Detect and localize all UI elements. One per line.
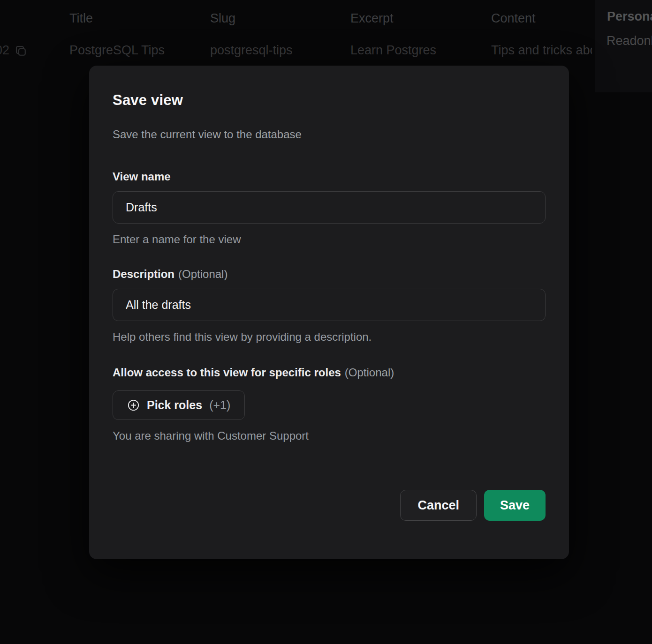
side-panel-readonly-label: Readonly (607, 34, 652, 48)
dialog-title: Save view (113, 92, 546, 109)
view-name-label: View name (113, 170, 546, 183)
pick-roles-button-label: Pick roles (147, 398, 202, 412)
cell-content: Tips and tricks abou (491, 43, 592, 58)
plus-circle-icon (127, 399, 140, 412)
dialog-subtitle: Save the current view to the database (113, 128, 546, 141)
row-id: 02 (0, 43, 9, 58)
column-header-title: Title (69, 11, 93, 26)
dialog-actions: Cancel Save (400, 490, 546, 521)
cell-slug: postgresql-tips (210, 43, 293, 58)
save-button[interactable]: Save (484, 490, 546, 521)
side-panel: Persona Readonly (595, 0, 652, 92)
description-input[interactable] (113, 289, 546, 321)
cancel-button[interactable]: Cancel (400, 490, 477, 521)
column-header-slug: Slug (210, 11, 235, 26)
column-header-excerpt: Excerpt (350, 11, 394, 26)
side-panel-title: Persona (607, 9, 652, 24)
description-optional-tag: (Optional) (178, 268, 227, 280)
save-view-dialog: Save view Save the current view to the d… (89, 66, 569, 559)
description-helper: Help others find this view by providing … (113, 330, 546, 344)
roles-label-text: Allow access to this view for specific r… (113, 366, 341, 379)
view-name-input[interactable] (113, 191, 546, 224)
copy-icon (14, 44, 28, 58)
column-header-content: Content (491, 11, 536, 26)
roles-label: Allow access to this view for specific r… (113, 366, 546, 379)
cell-title: PostgreSQL Tips (69, 43, 165, 58)
view-name-helper: Enter a name for the view (113, 233, 546, 246)
description-label: Description(Optional) (113, 268, 546, 281)
roles-optional-tag: (Optional) (345, 366, 394, 379)
cell-excerpt: Learn Postgres (350, 43, 436, 58)
description-label-text: Description (113, 268, 174, 280)
pick-roles-button[interactable]: Pick roles (+1) (113, 390, 245, 420)
pick-roles-count-badge: (+1) (209, 398, 230, 412)
roles-helper: You are sharing with Customer Support (113, 429, 546, 442)
